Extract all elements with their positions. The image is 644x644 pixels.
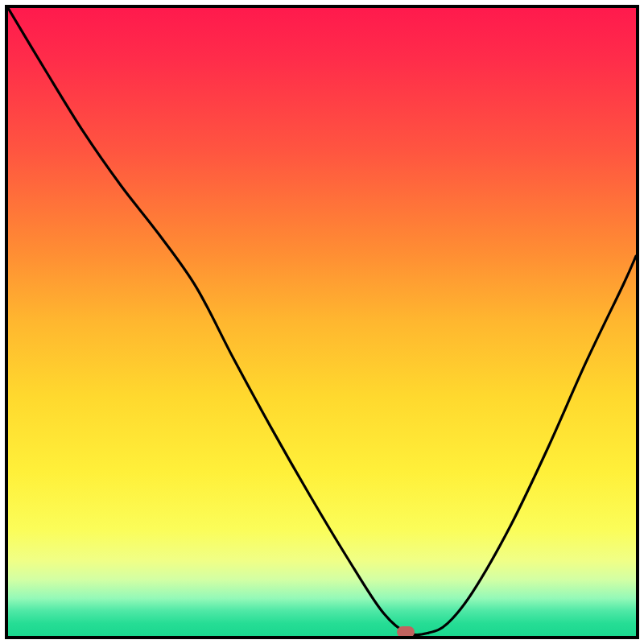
chart-frame [5,5,639,639]
chart-curve [8,8,636,636]
chart-min-marker [397,626,415,638]
